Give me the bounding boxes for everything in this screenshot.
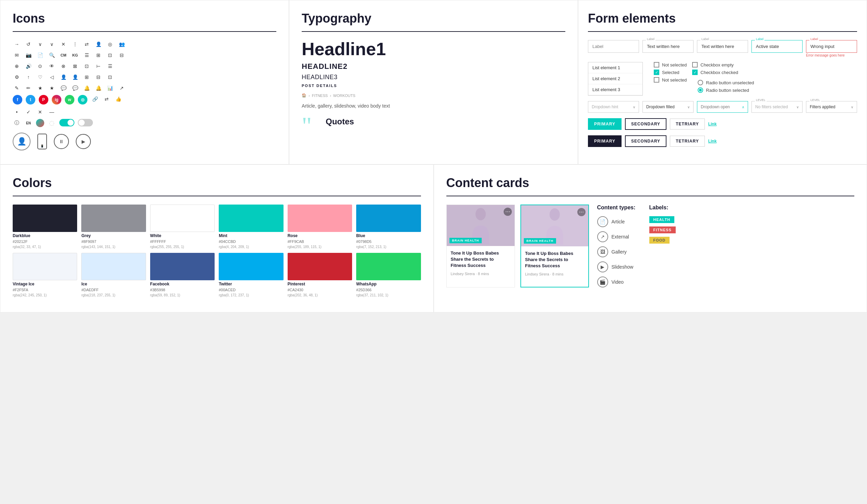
label-input[interactable] [588,40,639,53]
toggle-on-icon[interactable] [59,119,74,127]
dropdown-open[interactable]: Dropdown open ∧ [697,101,748,113]
color-grid-row1: Darkblue #20212F rgba(32, 33, 47, 1) Gre… [13,205,421,249]
dropdown-no-filters-text: No filters selected [755,105,788,109]
checkbox-empty-2[interactable] [654,77,659,83]
video-icon: 🎬 [597,276,608,287]
play-button[interactable]: ▶ [76,134,91,149]
slideshow-label: Slideshow [612,264,633,270]
content-types-col: Content types: 📄 Article ↗ External 🖼 Ga… [597,205,635,287]
layout-3-icon: ⊡ [106,73,114,81]
link-btn-1[interactable]: Link [708,122,717,127]
color-rgba-pinterest: rgba(202, 36, 48, 1) [288,293,352,297]
misc-icons-row: ⓘ EN ◌ [13,119,276,127]
tertiary-btn-1[interactable]: TETRIARY [670,119,705,130]
secondary-btn-2[interactable]: SECONDARY [625,135,666,147]
content-type-external: ↗ External [597,231,635,242]
link-btn-2[interactable]: Link [708,139,717,144]
pause-button[interactable]: ⏸ [54,134,69,149]
checkbox-right-2[interactable]: ✓ [692,69,698,75]
chevron-down-2-icon: ∨ [48,40,56,48]
labels-title: Labels: [649,205,676,211]
breadcrumb-workouts: WORKOUTS [333,94,355,98]
cm-icon: CM [59,51,67,59]
color-name-whatsapp: WhatsApp [356,282,421,286]
color-name-vintage-ice: Vintage Ice [13,282,77,286]
target-icon: ◎ [106,40,114,48]
dropdown-filters-text: Filters applied [810,105,835,109]
color-name-facebook: Facebook [150,282,215,286]
color-box-grey [81,205,146,232]
buttons-row-1: PRIMARY SECONDARY TETRIARY Link [588,118,857,130]
external-link-icon: ↗ [597,231,608,242]
pen-icon: ✎ [13,84,21,92]
doc-icon: 📄 [36,51,44,59]
refresh-icon: ↺ [24,40,33,48]
user-icon: 👤 [94,40,103,48]
radio-selected[interactable] [698,87,703,93]
swatch-mint: Mint #04CCBD rgba(4, 204, 209, 1) [219,205,283,249]
swatch-darkblue: Darkblue #20212F rgba(32, 33, 47, 1) [13,205,77,249]
checkbox-checked-right: ✓ Checkbox checked [692,69,754,75]
color-hex-ice: #DAEDFF [81,288,146,292]
swatch-facebook: Facebook #3B5998 rgba(59, 89, 152, 1) [150,253,215,297]
up-icon: ↑ [24,73,33,81]
text-input-2[interactable] [697,40,748,53]
input-label-3: Label [755,37,764,41]
text-input-1[interactable] [642,40,694,53]
checkbox-checked-1[interactable]: ✓ [654,69,659,75]
secondary-btn-1[interactable]: SECONDARY [625,118,666,130]
grid-2-icon: ⊡ [106,51,114,59]
radio-unselected[interactable] [698,80,703,85]
content-type-video: 🎬 Video [597,276,635,287]
search-icon: 🔍 [48,51,56,59]
dropdown-level-label-1: LEVEL [755,98,767,102]
primary-btn-2[interactable]: PRIMARY [588,135,622,147]
color-name-white: White [150,233,215,238]
color-box-pinterest [288,253,352,280]
close-icon: ✕ [59,40,67,48]
card-meta-1: Lindsey Sirera · 8 mins [451,272,511,276]
toggle-off-icon[interactable] [78,119,93,127]
list-item-1[interactable]: List element 1 [588,62,642,73]
colors-title: Colors [13,176,421,190]
label-food: FOOD [649,237,676,243]
dropdown-filters-applied-wrap: LEVEL Filters applied ∨ [806,101,857,113]
eye-icon: 👁 [48,62,56,70]
active-input[interactable] [751,40,803,53]
card-menu-dots-2[interactable]: ⋯ [577,208,586,216]
card-menu-dots-1[interactable]: ⋯ [504,208,512,216]
swatch-grey: Grey #8F9097 rgba(143, 144, 151, 1) [81,205,146,249]
bell-2-icon: 🔔 [94,84,103,92]
right-controls: Checkbox empty ✓ Checkbox checked Radio … [692,62,754,93]
share-2-icon: ⇄ [103,95,111,103]
content-card-1: BRAIN HEALTH ⋯ Tone It Up Boss Babes Sha… [446,205,515,287]
color-rgba-ice: rgba(218, 237, 255, 1) [81,293,146,297]
card-meta-2: Lindsey Sirera · 8 mins [525,272,584,276]
food-tag: FOOD [649,237,670,244]
inputs-row: Label Label Label Label Error message go… [588,40,857,57]
input-label-wrap [588,40,639,57]
list-item-3[interactable]: List element 3 [588,84,642,95]
checkbox-right-1[interactable] [692,62,698,67]
dropdown-filled[interactable]: Dropdown filled ∨ [642,101,694,113]
pinterest-icon: P [39,95,48,105]
dropdown-hint[interactable]: Dropdown hint ∨ [588,101,639,113]
swatch-blue: Blue #0798D5 rgba(7, 152, 213, 1) [356,205,421,249]
external-label: External [612,234,629,240]
list-item-2[interactable]: List element 2 [588,73,642,84]
content-types-title: Content types: [597,205,635,211]
tertiary-btn-2[interactable]: TETRIARY [670,136,705,147]
colors-panel: Colors Darkblue #20212F rgba(32, 33, 47,… [0,164,434,313]
dropdown-filters-applied[interactable]: Filters applied ∨ [806,101,857,113]
error-input[interactable] [806,40,857,53]
person-2-icon: 👤 [71,73,79,81]
label-health: HEALTH [649,216,676,222]
color-name-darkblue: Darkblue [13,233,77,238]
input-label-2: Label [700,37,710,41]
primary-btn-1[interactable]: PRIMARY [588,118,622,130]
pencil-icon: ✏ [24,84,33,92]
color-box-rose [288,205,352,232]
post-details: POST DETAILS [302,84,565,88]
checkbox-empty-1[interactable] [654,62,659,67]
dropdown-no-filters[interactable]: No filters selected ∨ [751,101,803,113]
